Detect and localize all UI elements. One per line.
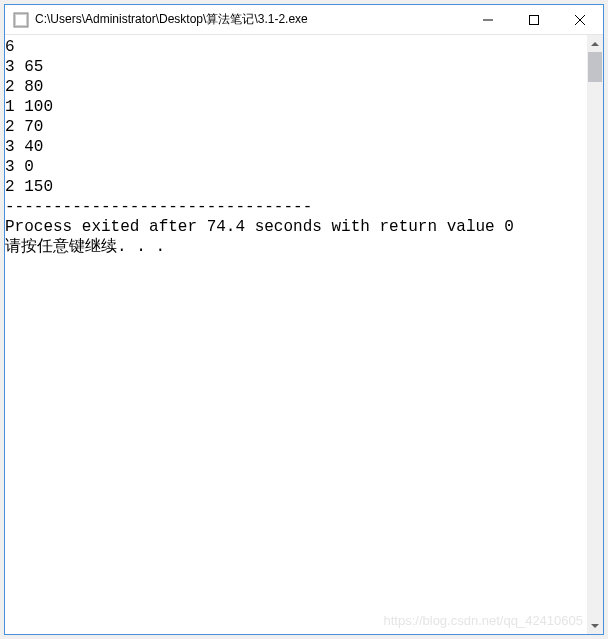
svg-rect-3: [530, 15, 539, 24]
scrollbar-track[interactable]: [587, 52, 603, 617]
application-window: C:\Users\Administrator\Desktop\算法笔记\3.1-…: [4, 4, 604, 635]
close-button[interactable]: [557, 5, 603, 34]
maximize-button[interactable]: [511, 5, 557, 34]
svg-rect-1: [16, 15, 26, 25]
scrollbar-thumb[interactable]: [588, 52, 602, 82]
app-icon: [13, 12, 29, 28]
content-area: 6 3 65 2 80 1 100 2 70 3 40 3 0 2 150 --…: [5, 35, 603, 634]
svg-marker-7: [591, 624, 599, 628]
minimize-button[interactable]: [465, 5, 511, 34]
titlebar: C:\Users\Administrator\Desktop\算法笔记\3.1-…: [5, 5, 603, 35]
window-title: C:\Users\Administrator\Desktop\算法笔记\3.1-…: [35, 11, 465, 28]
svg-marker-6: [591, 42, 599, 46]
scrollbar-vertical[interactable]: [586, 35, 603, 634]
window-controls: [465, 5, 603, 34]
scroll-up-button[interactable]: [587, 35, 603, 52]
scroll-down-button[interactable]: [587, 617, 603, 634]
console-output: 6 3 65 2 80 1 100 2 70 3 40 3 0 2 150 --…: [5, 35, 586, 634]
